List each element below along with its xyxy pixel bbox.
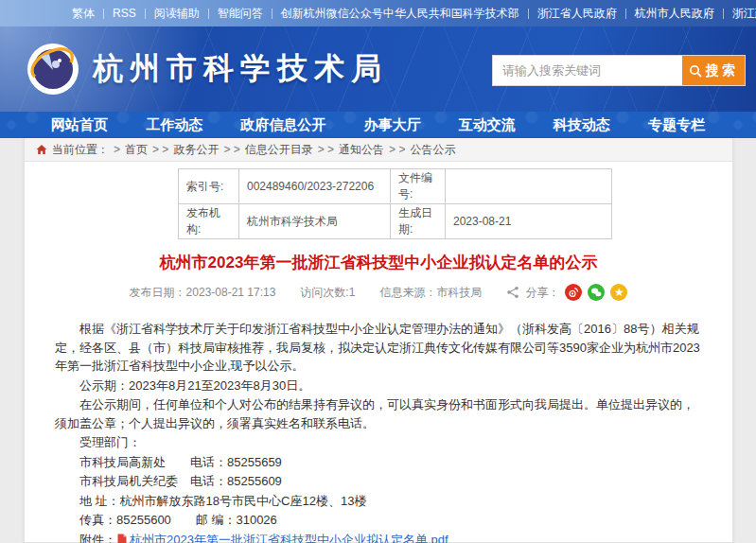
- link-wechat-account[interactable]: 创新杭州微信公众号: [281, 6, 383, 22]
- file-number-label: 文件编号:: [391, 169, 446, 204]
- bureau-logo-icon: [26, 43, 79, 96]
- breadcrumb-info-catalog[interactable]: 信息公开目录: [245, 142, 313, 158]
- share-qzone-icon[interactable]: ★: [610, 284, 627, 301]
- divider: [723, 9, 724, 19]
- divider: [208, 9, 209, 19]
- visit-count: 访问次数:1: [300, 285, 355, 301]
- table-row: 发布机构: 杭州市科学技术局 生成日期: 2023-08-21: [179, 204, 612, 239]
- article-title: 杭州市2023年第一批浙江省科技型中小企业拟认定名单的公示: [25, 252, 732, 273]
- article-meta: 发布日期：2023-08-21 17:13 访问次数:1 信息来源：市科技局 分…: [25, 284, 732, 301]
- link-zj-service[interactable]: 浙江政务服务网: [732, 6, 756, 22]
- publish-date-value: 2023-08-21 17:13: [186, 286, 276, 299]
- link-traditional-chinese[interactable]: 繁体: [72, 6, 95, 22]
- file-number-value: [446, 169, 612, 204]
- content-card: 当前位置： > 首页 > > 政务公开 > > 信息公开目录 > > 通知公告 …: [24, 138, 733, 543]
- nav-tech-news[interactable]: 科技动态: [554, 116, 610, 134]
- info-source-label: 信息来源：: [379, 286, 436, 299]
- paragraph: 受理部门：: [55, 433, 706, 452]
- link-most[interactable]: 中华人民共和国科学技术部: [383, 6, 519, 22]
- paragraph: 传真：85255600 邮 编：310026: [55, 511, 706, 530]
- breadcrumb-gov-open[interactable]: 政务公开: [173, 142, 219, 158]
- site-title: 杭州市科学技术局: [93, 48, 388, 90]
- divider: [528, 9, 529, 19]
- created-date-label: 生成日期:: [391, 204, 446, 239]
- share-weibo-icon[interactable]: [565, 284, 582, 301]
- breadcrumb-announcements[interactable]: 公告公示: [410, 142, 455, 158]
- nav-work-news[interactable]: 工作动态: [146, 116, 202, 134]
- paragraph: 根据《浙江省科学技术厅关于印发浙江省科技型中小企业认定管理办法的通知》（浙科发高…: [55, 320, 706, 376]
- link-rss[interactable]: RSS: [113, 7, 136, 20]
- search-button[interactable]: 搜索: [682, 56, 745, 85]
- search-button-label: 搜索: [706, 62, 738, 79]
- share-label: 分享：: [525, 285, 559, 301]
- breadcrumb-separator: > >: [152, 143, 168, 156]
- attachment-label: 附件：: [79, 533, 116, 543]
- search-input[interactable]: [493, 56, 682, 85]
- table-row: 索引号: 002489460/2023-272206 文件编号:: [179, 169, 612, 204]
- publish-date-label: 发布日期：: [130, 286, 186, 299]
- paragraph: 市科技局机关纪委 电话：85255609: [55, 472, 706, 491]
- site-banner: 杭州市科学技术局 搜索: [0, 26, 756, 112]
- paragraph: 地 址：杭州市解放东路18号市民中心C座12楼、13楼: [55, 492, 706, 511]
- search-bar: 搜索: [492, 55, 746, 86]
- publish-date: 发布日期：2023-08-21 17:13: [130, 285, 276, 301]
- breadcrumb-separator: > >: [318, 143, 334, 156]
- publisher-label: 发布机构:: [179, 204, 239, 239]
- nav-home[interactable]: 网站首页: [51, 116, 108, 134]
- share-nodes-icon: [506, 286, 519, 299]
- divider: [272, 9, 273, 19]
- link-hangzhou-gov[interactable]: 杭州市人民政府: [635, 6, 714, 22]
- paragraph: 在公示期间，任何单位和个人对公布的结果持有异议的，可以真实身份和书面形式向我局提…: [55, 395, 706, 432]
- breadcrumb-separator: > >: [223, 143, 239, 156]
- publisher-value: 杭州市科学技术局: [239, 204, 391, 239]
- visit-count-label: 访问次数:: [300, 286, 348, 299]
- breadcrumb-home[interactable]: 首页: [125, 142, 148, 158]
- main-nav: 网站首页 工作动态 政府信息公开 办事大厅 互动交流 科技动态 专题专栏: [0, 112, 756, 138]
- info-source: 信息来源：市科技局: [379, 285, 482, 301]
- pdf-icon: [116, 534, 128, 543]
- nav-interaction[interactable]: 互动交流: [459, 116, 516, 134]
- nav-special-topics[interactable]: 专题专栏: [648, 116, 705, 134]
- index-number-label: 索引号:: [179, 169, 239, 204]
- search-icon: [689, 64, 702, 78]
- divider: [103, 9, 104, 19]
- breadcrumb-notices[interactable]: 通知公告: [339, 142, 384, 158]
- link-zhejiang-gov[interactable]: 浙江省人民政府: [537, 6, 617, 22]
- home-icon: [36, 144, 47, 155]
- divider: [625, 9, 626, 19]
- paragraph: 公示期：2023年8月21至2023年8月30日。: [55, 377, 706, 395]
- link-smart-qa[interactable]: 智能问答: [218, 6, 263, 22]
- paragraph: 市科技局高新处 电话：85255659: [55, 453, 706, 472]
- divider: [145, 9, 146, 19]
- utility-bar: 繁体 RSS 阅读辅助 智能问答 创新杭州微信公众号 中华人民共和国科学技术部 …: [0, 0, 756, 26]
- article-body: 根据《浙江省科学技术厅关于印发浙江省科技型中小企业认定管理办法的通知》（浙科发高…: [25, 301, 732, 543]
- breadcrumb-separator: > >: [389, 143, 405, 156]
- visit-count-value: 1: [349, 286, 356, 299]
- share-tools: 分享： ★: [506, 284, 627, 301]
- breadcrumb: 当前位置： > 首页 > > 政务公开 > > 信息公开目录 > > 通知公告 …: [25, 138, 732, 162]
- nav-service-hall[interactable]: 办事大厅: [363, 116, 420, 134]
- utility-links-left: 繁体 RSS 阅读辅助 智能问答 创新杭州微信公众号: [72, 6, 383, 22]
- document-info-table: 索引号: 002489460/2023-272206 文件编号: 发布机构: 杭…: [178, 168, 612, 239]
- site-brand[interactable]: 杭州市科学技术局: [26, 43, 388, 96]
- attachment-link[interactable]: 杭州市2023年第一批浙江省科技型中小企业拟认定名单.pdf: [130, 533, 448, 543]
- created-date-value: 2023-08-21: [446, 204, 612, 239]
- breadcrumb-prefix: 当前位置：: [52, 142, 109, 158]
- share-wechat-icon[interactable]: [588, 284, 605, 301]
- breadcrumb-separator: >: [114, 143, 120, 156]
- link-reading-assist[interactable]: 阅读辅助: [154, 6, 200, 22]
- attachment-row: 附件：杭州市2023年第一批浙江省科技型中小企业拟认定名单.pdf: [55, 531, 706, 543]
- index-number-value: 002489460/2023-272206: [239, 169, 391, 204]
- utility-links-right: 中华人民共和国科学技术部 浙江省人民政府 杭州市人民政府 浙江政务服务网 用户中…: [383, 6, 756, 22]
- nav-gov-info[interactable]: 政府信息公开: [240, 116, 325, 134]
- info-source-value: 市科技局: [436, 286, 482, 299]
